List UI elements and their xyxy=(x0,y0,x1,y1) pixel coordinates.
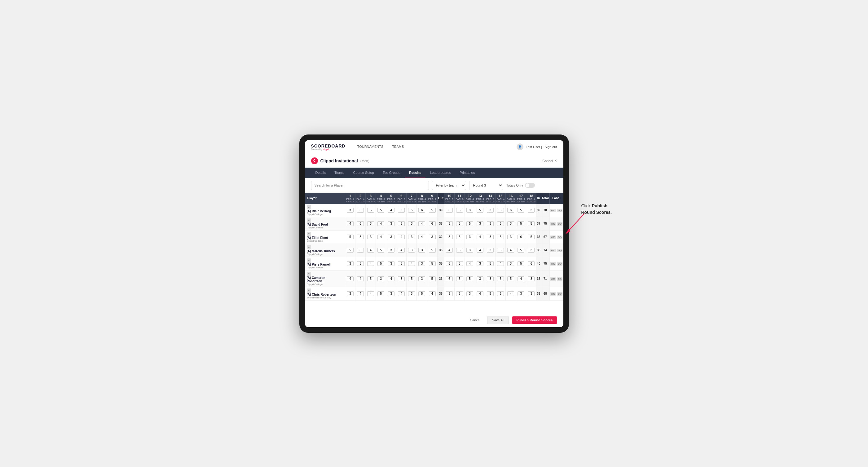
score-input[interactable] xyxy=(476,248,484,253)
hole-4-score[interactable] xyxy=(376,257,386,270)
hole-2-score[interactable] xyxy=(355,204,366,217)
score-input[interactable] xyxy=(388,291,395,296)
filter-team-select[interactable]: Filter by team xyxy=(432,181,466,190)
score-input[interactable] xyxy=(357,291,364,296)
dq-badge[interactable]: DQ xyxy=(557,222,562,226)
score-input[interactable] xyxy=(497,261,504,266)
score-input[interactable] xyxy=(487,276,494,281)
hole-2-score[interactable] xyxy=(355,270,366,287)
hole-7-score[interactable] xyxy=(407,230,417,244)
hole-16-score[interactable] xyxy=(506,230,516,244)
hole-15-score[interactable] xyxy=(496,217,506,230)
hole-13-score[interactable] xyxy=(475,287,485,300)
hole-17-score[interactable] xyxy=(516,230,526,244)
score-input[interactable] xyxy=(418,235,425,239)
score-input[interactable] xyxy=(398,221,405,226)
score-input[interactable] xyxy=(388,261,395,266)
score-input[interactable] xyxy=(429,248,436,253)
score-input[interactable] xyxy=(518,208,524,213)
hole-1-score[interactable] xyxy=(345,270,355,287)
score-input[interactable] xyxy=(507,248,514,253)
hole-6-score[interactable] xyxy=(396,244,407,257)
score-input[interactable] xyxy=(446,261,453,266)
score-input[interactable] xyxy=(429,291,436,296)
score-input[interactable] xyxy=(466,208,473,213)
score-input[interactable] xyxy=(388,235,395,239)
hole-9-score[interactable] xyxy=(427,270,437,287)
search-player-input[interactable] xyxy=(311,181,429,190)
hole-9-score[interactable] xyxy=(427,230,437,244)
hole-2-score[interactable] xyxy=(355,217,366,230)
hole-11-score[interactable] xyxy=(454,257,465,270)
score-input[interactable] xyxy=(398,276,405,281)
wd-badge[interactable]: WD xyxy=(550,292,556,295)
hole-18-score[interactable] xyxy=(526,257,536,270)
hole-18-score[interactable] xyxy=(526,287,536,300)
hole-16-score[interactable] xyxy=(506,204,516,217)
hole-11-score[interactable] xyxy=(454,204,465,217)
score-input[interactable] xyxy=(418,276,425,281)
hole-12-score[interactable] xyxy=(465,217,475,230)
hole-15-score[interactable] xyxy=(496,270,506,287)
hole-18-score[interactable] xyxy=(526,217,536,230)
hole-11-score[interactable] xyxy=(454,217,465,230)
hole-6-score[interactable] xyxy=(396,230,407,244)
hole-14-score[interactable] xyxy=(485,244,496,257)
score-input[interactable] xyxy=(357,235,364,239)
score-input[interactable] xyxy=(497,208,504,213)
score-input[interactable] xyxy=(487,208,494,213)
score-input[interactable] xyxy=(347,291,353,296)
score-input[interactable] xyxy=(408,221,415,226)
score-input[interactable] xyxy=(446,208,453,213)
round-select[interactable]: Round 3 xyxy=(469,181,503,190)
score-input[interactable] xyxy=(418,221,425,226)
hole-9-score[interactable] xyxy=(427,287,437,300)
score-input[interactable] xyxy=(497,221,504,226)
score-input[interactable] xyxy=(357,276,364,281)
hole-6-score[interactable] xyxy=(396,287,407,300)
score-input[interactable] xyxy=(497,248,504,253)
hole-5-score[interactable] xyxy=(386,230,396,244)
score-input[interactable] xyxy=(476,261,484,266)
score-input[interactable] xyxy=(518,248,524,253)
hole-13-score[interactable] xyxy=(475,204,485,217)
hole-5-score[interactable] xyxy=(386,244,396,257)
score-input[interactable] xyxy=(377,208,384,213)
hole-8-score[interactable] xyxy=(417,270,427,287)
hole-15-score[interactable] xyxy=(496,244,506,257)
hole-14-score[interactable] xyxy=(485,217,496,230)
hole-10-score[interactable] xyxy=(444,230,454,244)
hole-12-score[interactable] xyxy=(465,257,475,270)
score-input[interactable] xyxy=(429,221,436,226)
hole-16-score[interactable] xyxy=(506,244,516,257)
hole-17-score[interactable] xyxy=(516,244,526,257)
hole-13-score[interactable] xyxy=(475,270,485,287)
hole-6-score[interactable] xyxy=(396,217,407,230)
tab-teams[interactable]: Teams xyxy=(330,168,349,178)
hole-7-score[interactable] xyxy=(407,204,417,217)
hole-9-score[interactable] xyxy=(427,217,437,230)
hole-14-score[interactable] xyxy=(485,230,496,244)
score-input[interactable] xyxy=(456,291,463,296)
score-input[interactable] xyxy=(418,261,425,266)
score-input[interactable] xyxy=(367,248,374,253)
score-input[interactable] xyxy=(507,261,514,266)
hole-3-score[interactable] xyxy=(366,287,376,300)
score-input[interactable] xyxy=(388,208,395,213)
hole-9-score[interactable] xyxy=(427,244,437,257)
hole-2-score[interactable] xyxy=(355,257,366,270)
score-input[interactable] xyxy=(487,221,494,226)
hole-4-score[interactable] xyxy=(376,204,386,217)
score-input[interactable] xyxy=(446,276,453,281)
score-input[interactable] xyxy=(347,276,353,281)
score-input[interactable] xyxy=(418,248,425,253)
publish-round-scores-button[interactable]: Publish Round Scores xyxy=(512,316,557,324)
hole-6-score[interactable] xyxy=(396,270,407,287)
score-input[interactable] xyxy=(446,291,453,296)
score-input[interactable] xyxy=(418,208,425,213)
hole-17-score[interactable] xyxy=(516,270,526,287)
wd-badge[interactable]: WD xyxy=(550,249,556,252)
hole-1-score[interactable] xyxy=(345,257,355,270)
score-input[interactable] xyxy=(446,248,453,253)
score-input[interactable] xyxy=(388,248,395,253)
